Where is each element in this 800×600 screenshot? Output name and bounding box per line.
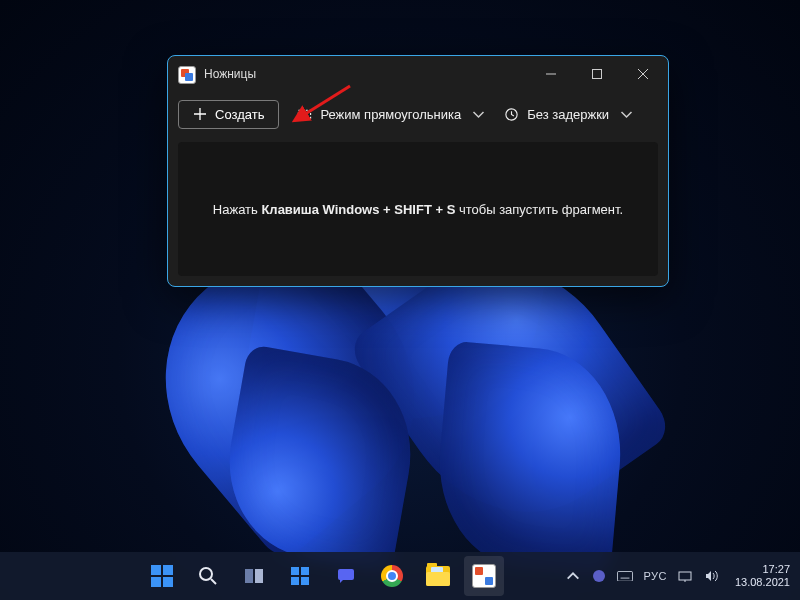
maximize-button[interactable] xyxy=(574,58,620,90)
close-button[interactable] xyxy=(620,58,666,90)
tray-overflow-button[interactable] xyxy=(565,568,581,584)
window-title: Ножницы xyxy=(204,67,256,81)
delay-dropdown[interactable]: Без задержки xyxy=(504,107,634,122)
svg-rect-13 xyxy=(679,572,691,580)
chrome-icon xyxy=(381,565,403,587)
network-tray-icon[interactable] xyxy=(677,568,693,584)
taskbar-center xyxy=(90,556,555,596)
app-icon xyxy=(178,66,194,82)
svg-rect-12 xyxy=(618,571,633,581)
hint-suffix: чтобы запустить фрагмент. xyxy=(455,202,623,217)
svg-point-11 xyxy=(593,570,605,582)
snip-mode-label: Режим прямоугольника xyxy=(320,107,461,122)
volume-tray-icon[interactable] xyxy=(703,568,719,584)
new-snip-label: Создать xyxy=(215,107,264,122)
snipping-tool-window: Ножницы Создать Режим прямоугольника xyxy=(167,55,669,287)
chevron-down-icon xyxy=(619,107,634,122)
rectangle-mode-icon xyxy=(297,107,312,122)
toolbar: Создать Режим прямоугольника Без задержк… xyxy=(168,92,668,136)
widgets-button[interactable] xyxy=(280,556,320,596)
svg-rect-0 xyxy=(593,70,602,79)
svg-rect-1 xyxy=(299,110,311,118)
svg-rect-9 xyxy=(301,577,309,585)
chat-button[interactable] xyxy=(326,556,366,596)
keyboard-tray-icon[interactable] xyxy=(617,568,633,584)
taskbar: РУС 17:27 13.08.2021 xyxy=(0,552,800,600)
widgets-icon xyxy=(288,564,312,588)
hint-shortcut: Клавиша Windows + SHIFT + S xyxy=(261,202,455,217)
hint-prefix: Нажать xyxy=(213,202,262,217)
hint-text: Нажать Клавиша Windows + SHIFT + S чтобы… xyxy=(213,202,623,217)
svg-rect-8 xyxy=(291,577,299,585)
search-icon xyxy=(196,564,220,588)
desktop: Ножницы Создать Режим прямоугольника xyxy=(0,0,800,600)
svg-rect-10 xyxy=(338,569,354,580)
svg-rect-6 xyxy=(291,567,299,575)
clock-date: 13.08.2021 xyxy=(735,576,790,589)
folder-icon xyxy=(426,566,450,586)
snipping-tool-icon xyxy=(472,564,496,588)
svg-rect-5 xyxy=(255,569,263,583)
snipping-tool-taskbar-button[interactable] xyxy=(464,556,504,596)
teams-tray-icon[interactable] xyxy=(591,568,607,584)
clock-time: 17:27 xyxy=(735,563,790,576)
delay-label: Без задержки xyxy=(527,107,609,122)
task-view-icon xyxy=(242,564,266,588)
chat-icon xyxy=(334,564,358,588)
clock-icon xyxy=(504,107,519,122)
file-explorer-button[interactable] xyxy=(418,556,458,596)
chrome-button[interactable] xyxy=(372,556,412,596)
task-view-button[interactable] xyxy=(234,556,274,596)
chevron-down-icon xyxy=(471,107,486,122)
svg-rect-4 xyxy=(245,569,253,583)
language-indicator[interactable]: РУС xyxy=(643,570,667,582)
system-tray: РУС 17:27 13.08.2021 xyxy=(555,563,800,589)
svg-rect-7 xyxy=(301,567,309,575)
minimize-button[interactable] xyxy=(528,58,574,90)
plus-icon xyxy=(193,107,207,121)
start-button[interactable] xyxy=(142,556,182,596)
hint-area: Нажать Клавиша Windows + SHIFT + S чтобы… xyxy=(178,142,658,276)
windows-logo-icon xyxy=(151,565,173,587)
snip-mode-dropdown[interactable]: Режим прямоугольника xyxy=(297,107,486,122)
new-snip-button[interactable]: Создать xyxy=(178,100,279,129)
titlebar[interactable]: Ножницы xyxy=(168,56,668,92)
clock[interactable]: 17:27 13.08.2021 xyxy=(735,563,790,589)
search-button[interactable] xyxy=(188,556,228,596)
svg-point-3 xyxy=(200,568,212,580)
